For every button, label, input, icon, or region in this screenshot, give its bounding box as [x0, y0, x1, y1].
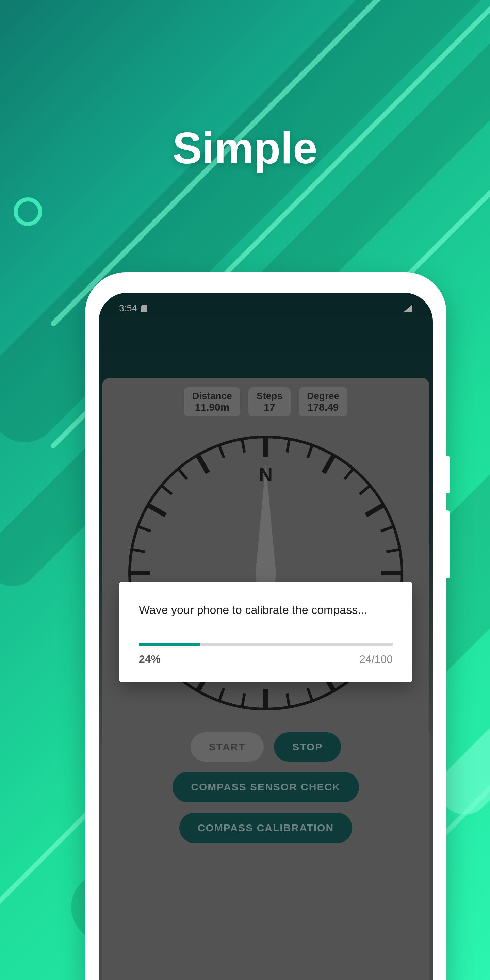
progress-fill [139, 643, 200, 646]
hero-title: Simple [0, 123, 490, 173]
phone-mockup: 3:54 Distance 11.90m Steps 17 Degr [85, 272, 447, 980]
progress-bar [139, 643, 393, 646]
dialog-message: Wave your phone to calibrate the compass… [139, 601, 393, 618]
progress-percent: 24% [139, 653, 161, 666]
calibration-dialog: Wave your phone to calibrate the compass… [119, 582, 412, 682]
decorative-circle [14, 197, 42, 226]
progress-fraction: 24/100 [360, 653, 393, 666]
phone-screen: 3:54 Distance 11.90m Steps 17 Degr [99, 293, 433, 980]
hardware-button [445, 456, 450, 493]
hardware-button [445, 511, 450, 579]
